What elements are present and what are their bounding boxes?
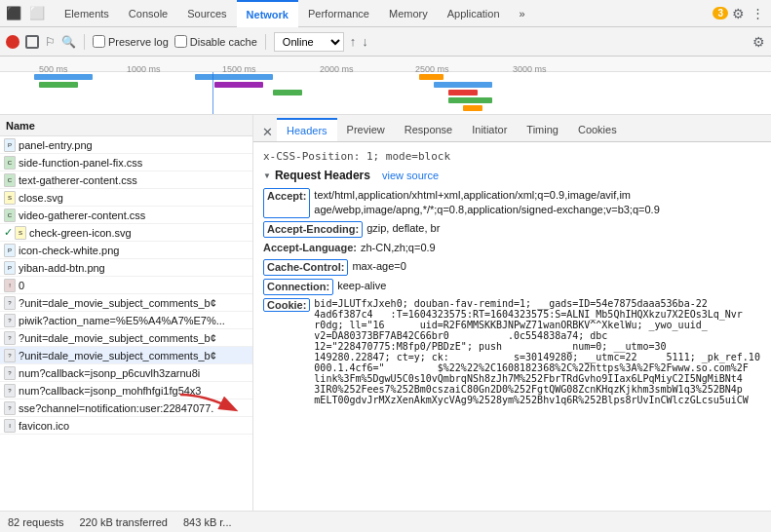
tab-memory[interactable]: Memory xyxy=(379,0,438,27)
collapse-triangle-icon[interactable]: ▼ xyxy=(263,171,271,180)
file-type-icon: S xyxy=(15,226,26,240)
tab-sources[interactable]: Sources xyxy=(177,0,236,27)
checkmark-icon: ✓ xyxy=(4,226,13,239)
file-type-icon: ? xyxy=(4,314,16,327)
list-item[interactable]: ? num?callback=jsonp_p6cuvlh3zarnu8i xyxy=(0,364,252,382)
request-count: 82 requests xyxy=(8,516,63,528)
tab-network[interactable]: Network xyxy=(237,0,298,27)
list-item[interactable]: ? sse?channel=notification:user:22847077… xyxy=(0,399,252,417)
file-type-icon: P xyxy=(4,261,16,275)
network-toolbar: ⚐ 🔍 Preserve log Disable cache Online Fa… xyxy=(0,27,771,57)
tab-more[interactable]: » xyxy=(510,0,535,27)
file-type-icon: C xyxy=(4,156,16,170)
list-item[interactable]: C text-gatherer-content.css xyxy=(0,171,252,189)
list-item[interactable]: P yiban-add-btn.png xyxy=(0,259,252,277)
tab-console[interactable]: Console xyxy=(119,0,177,27)
disable-cache-input[interactable] xyxy=(174,35,187,48)
header-key-connection: Connection: xyxy=(263,279,333,295)
response-line: x-CSS-Position: 1; mode=block xyxy=(263,150,761,163)
detail-tab-headers[interactable]: Headers xyxy=(277,118,337,141)
list-item[interactable]: I favicon.ico xyxy=(0,417,252,435)
header-val-cache-control: max-age=0 xyxy=(348,259,761,276)
header-key-cache-control: Cache-Control: xyxy=(263,259,348,276)
header-row-connection: Connection: keep-alive xyxy=(263,279,761,295)
preserve-log-input[interactable] xyxy=(93,35,105,48)
list-item[interactable]: P icon-check-white.png xyxy=(0,242,252,259)
timeline-ruler: 500 ms 1000 ms 1500 ms 2000 ms 2500 ms 3… xyxy=(0,57,771,72)
file-type-icon: ? xyxy=(4,349,16,362)
list-item[interactable]: C video-gatherer-content.css xyxy=(0,207,252,224)
network-settings-icon[interactable]: ⚙ xyxy=(752,34,765,50)
list-item[interactable]: ? ?unit=dale_movie_subject_comments_b¢ xyxy=(0,294,252,312)
detail-tab-timing[interactable]: Timing xyxy=(517,118,568,141)
status-bar: 82 requests 220 kB transferred 843 kB r.… xyxy=(0,511,771,532)
list-item[interactable]: ? ?unit=dale_movie_subject_comments_b¢ xyxy=(0,329,252,347)
stop-button[interactable] xyxy=(25,35,39,49)
detail-tab-cookies[interactable]: Cookies xyxy=(568,118,627,141)
file-type-icon: ! xyxy=(4,279,16,292)
list-item-selected[interactable]: ? ?unit=dale_movie_subject_comments_b¢ xyxy=(0,347,252,364)
requests-list[interactable]: P panel-entry.png C side-function-panel-… xyxy=(0,136,252,511)
list-item[interactable]: ✓ S check-green-icon.svg xyxy=(0,224,252,242)
tab-application[interactable]: Application xyxy=(438,0,510,27)
file-type-icon: P xyxy=(4,138,16,152)
header-row-cookie: Cookie: bid=JLUTfxJxeh0; douban-fav-remi… xyxy=(263,298,761,405)
file-type-icon: ? xyxy=(4,331,16,345)
import-har-icon[interactable]: ↑ xyxy=(350,34,357,49)
view-source-link[interactable]: view source xyxy=(382,170,439,181)
header-row-accept: Accept: text/html,application/xhtml+xml,… xyxy=(263,188,761,218)
header-row-accept-language: Accept-Language: zh-CN,zh;q=0.9 xyxy=(263,241,761,255)
detail-tab-preview[interactable]: Preview xyxy=(337,118,395,141)
header-val-connection: keep-alive xyxy=(333,279,761,295)
detail-tab-response[interactable]: Response xyxy=(395,118,463,141)
record-button[interactable] xyxy=(6,35,19,49)
header-key-accept: Accept: xyxy=(263,188,310,218)
file-type-icon: ? xyxy=(4,366,16,380)
file-type-icon: ? xyxy=(4,384,16,398)
throttle-select[interactable]: Online Fast 3G Slow 3G Offline xyxy=(274,32,344,52)
header-val-accept-language: zh-CN,zh;q=0.9 xyxy=(357,241,761,255)
tab-elements[interactable]: Elements xyxy=(55,0,119,27)
more-options-icon[interactable]: ⋮ xyxy=(748,4,767,23)
header-val-cookie: bid=JLUTfxJxeh0; douban-fav-remind=1; __… xyxy=(310,298,760,405)
file-type-icon: S xyxy=(4,191,16,205)
toolbar-divider-1 xyxy=(84,34,85,50)
devtools-dock-icon[interactable]: ⬛ xyxy=(4,4,23,23)
warning-badge: 3 xyxy=(713,7,728,19)
export-har-icon[interactable]: ↓ xyxy=(362,34,368,49)
header-val-accept: text/html,application/xhtml+xml,applicat… xyxy=(310,188,761,218)
list-item[interactable]: S close.svg xyxy=(0,189,252,207)
main-content: Name P panel-entry.png C side-function-p… xyxy=(0,115,771,511)
timeline-area[interactable]: 500 ms 1000 ms 1500 ms 2000 ms 2500 ms 3… xyxy=(0,57,771,115)
file-type-icon: C xyxy=(4,209,16,222)
list-item[interactable]: ! 0 xyxy=(0,277,252,294)
preserve-log-checkbox[interactable]: Preserve log xyxy=(93,35,169,48)
header-key-accept-language: Accept-Language: xyxy=(263,241,357,255)
list-item[interactable]: C side-function-panel-fix.css xyxy=(0,154,252,171)
disable-cache-checkbox[interactable]: Disable cache xyxy=(174,35,257,48)
transferred-size: 220 kB transferred xyxy=(79,516,168,528)
requests-panel: Name P panel-entry.png C side-function-p… xyxy=(0,115,253,511)
settings-gear-icon[interactable]: ⚙ xyxy=(728,4,748,23)
list-item[interactable]: ? num?callback=jsonp_mohfhfgi1fg54x3 xyxy=(0,382,252,399)
header-val-accept-encoding: gzip, deflate, br xyxy=(363,221,761,238)
header-key-accept-encoding: Accept-Encoding: xyxy=(263,221,363,238)
requests-header: Name xyxy=(0,115,252,136)
search-icon[interactable]: 🔍 xyxy=(61,35,76,49)
devtools-undock-icon[interactable]: ⬜ xyxy=(27,4,47,23)
close-detail-button[interactable]: ✕ xyxy=(257,122,277,141)
tab-performance[interactable]: Performance xyxy=(298,0,379,27)
header-row-accept-encoding: Accept-Encoding: gzip, deflate, br xyxy=(263,221,761,238)
toolbar-divider-2 xyxy=(265,34,266,50)
file-type-icon: ? xyxy=(4,401,16,415)
total-size: 843 kB r... xyxy=(183,516,232,528)
list-item[interactable]: P panel-entry.png xyxy=(0,136,252,154)
detail-tabs: ✕ Headers Preview Response Initiator Tim… xyxy=(253,115,771,142)
list-item[interactable]: ? piwik?action_name=%E5%A4%A7%E7%... xyxy=(0,312,252,329)
file-type-icon: P xyxy=(4,244,16,257)
detail-content[interactable]: x-CSS-Position: 1; mode=block ▼ Request … xyxy=(253,142,771,511)
detail-tab-initiator[interactable]: Initiator xyxy=(462,118,517,141)
filter-icon[interactable]: ⚐ xyxy=(45,35,56,49)
header-key-cookie: Cookie: xyxy=(263,298,310,312)
header-row-cache-control: Cache-Control: max-age=0 xyxy=(263,259,761,276)
